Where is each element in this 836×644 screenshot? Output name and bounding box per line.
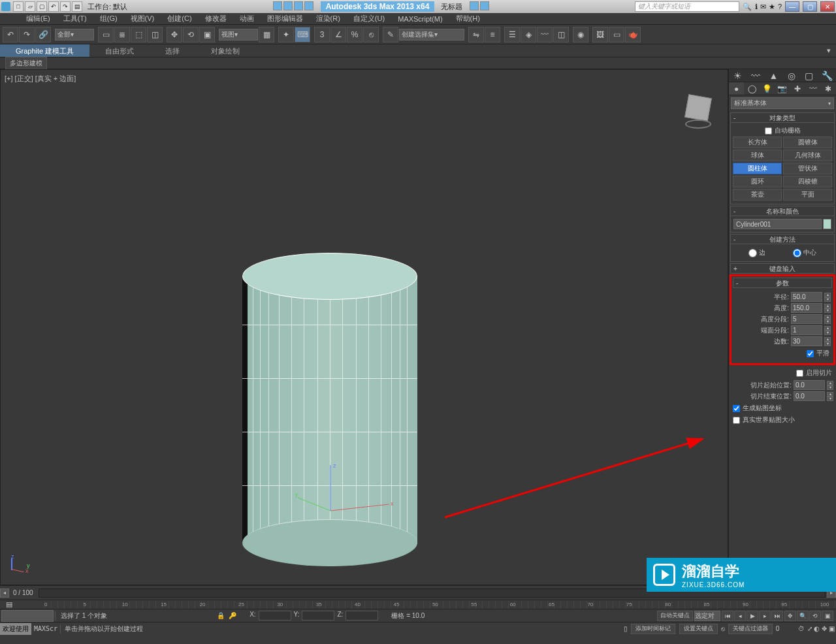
frame-counter[interactable]: 0 / 100 <box>9 589 37 596</box>
rollout-parameters[interactable]: 参数 <box>733 278 832 288</box>
snap-percent-icon[interactable]: % <box>347 27 362 42</box>
tab-selection[interactable]: 选择 <box>150 44 195 57</box>
radio-edge[interactable] <box>748 249 757 257</box>
viewport[interactable]: [+] [正交] [真实 + 边面] <box>0 69 728 585</box>
menu-edit[interactable]: 编辑(E) <box>20 12 57 25</box>
ribbon-collapse-icon[interactable]: ▾ <box>822 44 836 57</box>
move-icon[interactable]: ✥ <box>167 27 182 42</box>
keymode-dropdown[interactable]: 选定对 <box>694 611 720 621</box>
subtab-systems-icon[interactable]: ✱ <box>821 82 836 95</box>
redo-icon[interactable]: ↷ <box>19 27 35 42</box>
scroll-left-icon[interactable]: ◂ <box>0 588 9 598</box>
radio-center[interactable] <box>793 249 801 257</box>
layers-icon[interactable]: ☰ <box>504 27 520 42</box>
render-setup-icon[interactable]: 🖼 <box>592 27 608 42</box>
editnamed-sel-icon[interactable]: ✎ <box>383 27 398 42</box>
nav-pan-icon[interactable]: ✥ <box>784 611 796 621</box>
qat-new-icon[interactable]: □ <box>13 1 24 12</box>
subtab-helpers-icon[interactable]: ✚ <box>790 82 805 95</box>
chk-slice[interactable] <box>796 370 803 377</box>
tab-objpaint[interactable]: 对象绘制 <box>195 44 255 57</box>
snap-angle-icon[interactable]: ∠ <box>330 27 346 42</box>
snap-3d-icon[interactable]: 3 <box>314 27 330 42</box>
btn-box[interactable]: 长方体 <box>733 137 782 148</box>
btn-pyramid[interactable]: 四棱锥 <box>783 176 832 187</box>
autogrid-checkbox[interactable] <box>765 127 772 135</box>
spin-hseg[interactable]: ▴▾ <box>824 315 831 324</box>
mirror-icon[interactable]: ⇋ <box>468 27 484 42</box>
workspace-dropdown[interactable]: 工作台: 默认 <box>88 2 127 12</box>
link-icon[interactable]: 🔗 <box>35 27 51 42</box>
menu-tools[interactable]: 工具(T) <box>57 12 93 25</box>
lock-icon[interactable]: 🔒 <box>217 612 225 619</box>
tab-motion-icon[interactable]: ◎ <box>782 69 800 82</box>
qat-project-icon[interactable]: ▤ <box>72 1 82 12</box>
qat-redo-icon[interactable]: ↷ <box>60 1 71 12</box>
tab-hierarchy-icon[interactable]: ▲ <box>765 69 782 82</box>
qat-save-icon[interactable]: ▢ <box>37 1 47 12</box>
comm-icon[interactable]: ✉ <box>760 3 766 11</box>
menu-grapheditors[interactable]: 图形编辑器 <box>261 12 310 25</box>
quick-access-toolbar[interactable]: □ ▱ ▢ ↶ ↷ ▤ <box>13 1 82 12</box>
menu-modifiers[interactable]: 修改器 <box>199 12 233 25</box>
maxscript-label[interactable]: MAXScr <box>31 625 60 632</box>
curve-editor-icon[interactable]: 〰 <box>537 27 553 42</box>
tab-display-icon[interactable]: ▢ <box>800 69 818 82</box>
spin-cseg[interactable]: ▴▾ <box>824 326 831 335</box>
rotate-icon[interactable]: ⟲ <box>183 27 199 42</box>
rollout-object-type[interactable]: 对象类型 <box>730 112 835 123</box>
star-icon[interactable]: ★ <box>769 3 775 11</box>
select-icon[interactable]: ▭ <box>98 27 114 42</box>
add-time-tag[interactable]: 添加时间标记 <box>631 624 675 634</box>
menu-group[interactable]: 组(G) <box>93 12 124 25</box>
tab-graphite[interactable]: Graphite 建模工具 <box>0 44 89 57</box>
btn-sphere[interactable]: 球体 <box>733 150 782 161</box>
autokey-button[interactable]: 自动关键点 <box>657 611 693 621</box>
help-search-input[interactable]: 键入关键字或短语 <box>635 1 739 12</box>
play-icon[interactable]: ▶ <box>747 611 758 621</box>
rollout-keyboard-entry[interactable]: 键盘输入 <box>730 263 835 274</box>
keyfilter-button[interactable]: 关键点过滤器 <box>728 624 773 634</box>
scale-icon[interactable]: ▣ <box>199 27 215 42</box>
nav-zoom-ext-icon[interactable]: ⤢ <box>807 625 812 632</box>
btn-cone[interactable]: 圆锥体 <box>783 137 832 148</box>
subtab-geometry-icon[interactable]: ● <box>729 82 744 95</box>
setkey-button[interactable]: 设置关键点 <box>679 624 718 634</box>
qat-open-icon[interactable]: ▱ <box>25 1 35 12</box>
coord-x[interactable] <box>259 611 291 620</box>
time-tag-icon[interactable]: ▯ <box>624 625 628 632</box>
time-config-icon[interactable]: ⏱ <box>798 625 805 632</box>
tab-render-icon[interactable]: ☀ <box>729 69 747 82</box>
menu-views[interactable]: 视图(V) <box>124 12 161 25</box>
coord-z[interactable] <box>346 611 378 620</box>
time-ruler[interactable]: ▤ 05101520253035404550556065707580859095… <box>0 600 836 609</box>
subtab-lights-icon[interactable]: 💡 <box>760 82 775 95</box>
maximize-button[interactable]: ▢ <box>803 1 817 12</box>
menu-rendering[interactable]: 渲染(R) <box>310 12 347 25</box>
render-icon[interactable]: 🫖 <box>625 27 641 42</box>
mini-curve-editor[interactable] <box>1 610 54 622</box>
render-frame-icon[interactable]: ▭ <box>609 27 624 42</box>
select-manip-icon[interactable]: ✦ <box>278 27 294 42</box>
qat-undo-icon[interactable]: ↶ <box>48 1 59 12</box>
spin-sides[interactable]: ▴▾ <box>824 337 831 346</box>
nav-fov-icon[interactable]: ◐ <box>814 625 820 632</box>
schematic-icon[interactable]: ◫ <box>553 27 569 42</box>
nav-zoom-icon[interactable]: 🔍 <box>797 611 809 621</box>
subtab-cameras-icon[interactable]: 📷 <box>775 82 790 95</box>
pivot-icon[interactable]: ▦ <box>259 27 274 42</box>
spin-slicefrom[interactable]: ▴▾ <box>827 381 833 390</box>
val-sides[interactable]: 30 <box>791 336 822 346</box>
goto-start-icon[interactable]: ⏮ <box>722 611 733 621</box>
nav-pan2-icon[interactable]: ✥ <box>822 625 827 632</box>
graphite-icon[interactable]: ◈ <box>521 27 536 42</box>
spin-radius[interactable]: ▴▾ <box>824 293 831 302</box>
menu-maxscript[interactable]: MAXScript(M) <box>391 14 449 24</box>
object-gizmo[interactable]: z y x <box>291 459 402 537</box>
key-toggle-icon[interactable]: ⎋ <box>721 625 725 632</box>
btn-geosphere[interactable]: 几何球体 <box>783 150 832 161</box>
chk-smooth[interactable] <box>807 350 814 357</box>
nav-maxmin-icon[interactable]: ▣ <box>822 611 833 621</box>
spin-height[interactable]: ▴▾ <box>824 304 831 313</box>
track-view-icon[interactable]: ▤ <box>0 600 18 609</box>
